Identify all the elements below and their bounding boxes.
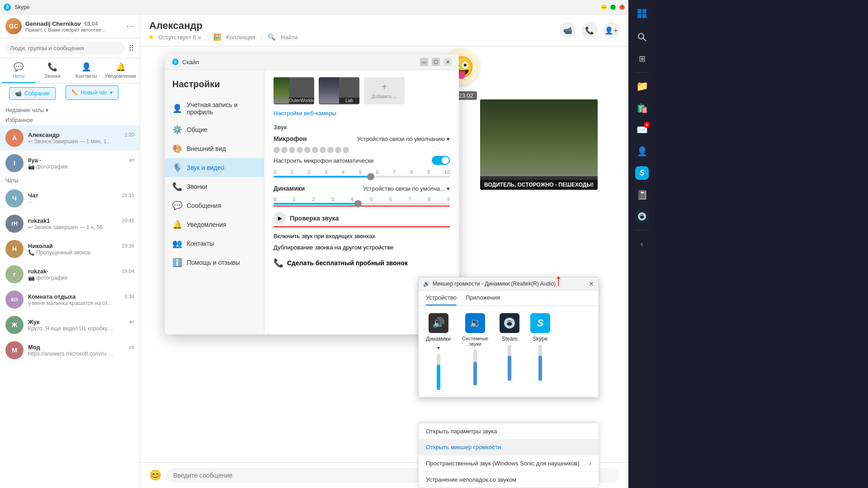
video-call-button[interactable]: 📹	[560, 22, 576, 38]
modal-close-button[interactable]: ✕	[443, 58, 452, 66]
steam-taskbar-button[interactable]	[632, 206, 652, 226]
skype-taskbar-button[interactable]: S	[632, 163, 652, 183]
mail-button[interactable]: ✉️ 6	[632, 120, 652, 140]
mic-dot-1	[274, 147, 280, 153]
minimize-button[interactable]: —	[601, 5, 607, 10]
chat-preview: Круто. Я еще видел U1 коробку р...	[28, 325, 114, 332]
voice-call-button[interactable]: 📞	[581, 22, 598, 38]
mic-dot-10	[343, 147, 349, 153]
volume-mixer-close-button[interactable]: ✕	[589, 280, 594, 287]
add-person-button[interactable]: 👤+	[603, 22, 619, 38]
task-view-button[interactable]: ⊞	[632, 49, 652, 69]
camera-thumb-lab[interactable]: Lab	[319, 77, 359, 104]
find-label[interactable]: Найти	[281, 34, 297, 41]
context-menu-item-spatial[interactable]: Пространственный звук (Windows Sonic для…	[419, 455, 599, 471]
tab-applications[interactable]: Приложения	[466, 294, 500, 305]
list-item[interactable]: Н Николай 19:36 📞 Пропущенный звонок	[0, 236, 140, 262]
camera-thumb-add[interactable]: + Добавить ...	[364, 77, 405, 104]
microphone-value[interactable]: Устройство связи по умолчанию ▾	[357, 136, 450, 142]
slider-labels: 0 1 2 3 4 5 6 7 8 9 10	[274, 169, 450, 175]
settings-nav-help[interactable]: ℹ️ Помощь и отзывы	[165, 253, 264, 272]
vm-system-sounds-slider[interactable]	[473, 349, 477, 385]
free-call-label[interactable]: Сделать бесплатный пробный звонок	[287, 259, 408, 267]
auto-adjust-label: Настроить микрофон автоматически	[274, 157, 374, 164]
play-test-sound-button[interactable]: ▶	[274, 212, 286, 225]
vm-steam-slider[interactable]	[508, 345, 511, 381]
list-item[interactable]: Ж Жук вт Круто. Я еще видел U1 коробку р…	[0, 312, 140, 338]
account-icon: 👤	[172, 103, 182, 113]
context-menu-item-mixer[interactable]: Открыть микшер громкости	[419, 439, 599, 455]
duplicate-call-label: Дублирование звонка на другом устройстве	[274, 244, 394, 251]
avatar: rH	[5, 215, 24, 233]
chat-info: rukzak· 19:04 📷 фотография	[28, 268, 134, 281]
list-item[interactable]: r rukzak· 19:04 📷 фотография	[0, 262, 140, 287]
list-item[interactable]: А Александр 1:20 ↩ Звонок завершен — 1 м…	[0, 125, 140, 150]
vm-speakers-dropdown[interactable]: ▾	[437, 345, 440, 351]
speaker-slider-labels: 0 1 2 3 4 5 6 7 8 9	[274, 197, 450, 202]
settings-nav-general[interactable]: ⚙️ Общие	[165, 120, 264, 139]
settings-nav-notifications[interactable]: 🔔 Уведомления	[165, 215, 264, 234]
contacts-icon: 👤	[81, 62, 91, 72]
collection-label[interactable]: Коллекция	[226, 34, 255, 41]
user-avatar[interactable]: GC	[5, 18, 22, 34]
meeting-button[interactable]: 📹 Собрание	[9, 87, 56, 100]
volume-mixer-devices: 🔊 Динамики ▾ 🔉 Системные звуки	[419, 306, 599, 397]
profile-button[interactable]: 👤	[632, 141, 652, 161]
vm-speakers-slider-track[interactable]	[437, 354, 440, 390]
tab-contacts[interactable]: 👤 Контакты	[69, 58, 103, 83]
context-menu: Открыть параметры звука Открыть микшер г…	[418, 423, 599, 488]
dialpad-icon[interactable]: ⠿	[128, 43, 134, 53]
sound-section-title: Звук	[274, 124, 450, 131]
settings-nav-account[interactable]: 👤 Учетная запись и профиль	[165, 97, 264, 120]
context-menu-item-troubleshoot[interactable]: Устранение неполадок со звуком	[419, 471, 599, 488]
settings-nav-calls[interactable]: 📞 Звонки	[165, 177, 264, 196]
speaker-slider-thumb[interactable]	[354, 200, 362, 207]
windows-button[interactable]	[632, 4, 652, 23]
list-item[interactable]: КО Комната отдыха 0:34 у меня малинка кр…	[0, 287, 140, 312]
list-item[interactable]: rH rukzak1 20:41 ↩ Звонок завершен — 1 ч…	[0, 211, 140, 236]
list-item[interactable]: I Ilya · вт 📷 фотография	[0, 150, 140, 176]
settings-nav-messages[interactable]: 💬 Сообщения	[165, 196, 264, 215]
more-options-button[interactable]: ⋯	[126, 21, 134, 31]
settings-nav-sound-video[interactable]: 🎙️ Звук и видео	[165, 158, 264, 177]
auto-adjust-toggle[interactable]	[432, 156, 450, 165]
modal-minimize-button[interactable]: —	[420, 58, 428, 66]
recent-chats-label[interactable]: Недавние чаты ▾	[0, 105, 140, 115]
settings-nav-contacts[interactable]: 👥 Контакты	[165, 234, 264, 253]
tab-chats[interactable]: 💬 Чаты	[2, 58, 36, 83]
list-item[interactable]: Ч Чат 21:11 ···	[0, 186, 140, 211]
expand-taskbar-button[interactable]: ‹	[632, 234, 652, 254]
chat-header: Александр Отсутствует 8 ч | 🖼️ Коллекция…	[140, 14, 628, 47]
close-button[interactable]: ✕	[619, 5, 625, 10]
search-button[interactable]	[632, 27, 652, 47]
speaker-icon: 🔊	[423, 281, 430, 287]
mic-slider-track[interactable]	[274, 176, 450, 178]
search-input[interactable]	[5, 42, 125, 54]
mic-slider-thumb[interactable]	[367, 173, 374, 180]
speaker-slider-track[interactable]	[274, 203, 450, 205]
chat-header-info: Александр Отсутствует 8 ч | 🖼️ Коллекция…	[149, 20, 297, 41]
file-explorer-button[interactable]: 📁	[632, 76, 652, 96]
list-item[interactable]: М Мод сб https://answers.microsoft.com/r…	[0, 338, 140, 363]
maximize-button[interactable]: ☐	[610, 5, 616, 10]
ms-store-button[interactable]: 🛍️	[632, 98, 652, 118]
emoji-button[interactable]: 😊	[149, 469, 161, 481]
settings-nav-appearance[interactable]: 🎨 Внешний вид	[165, 139, 264, 158]
chat-name: Ilya ·	[28, 157, 41, 164]
onenote-button[interactable]: 📓	[632, 185, 652, 205]
webcam-settings-link[interactable]: Настройки веб-камеры	[274, 110, 450, 117]
context-menu-item-sound-settings[interactable]: Открыть параметры звука	[419, 423, 599, 439]
speakers-value[interactable]: Устройство связи по умолча... ▾	[363, 185, 450, 192]
mic-slider-container: 0 1 2 3 4 5 6 7 8 9 10	[274, 169, 450, 178]
tab-device[interactable]: Устройство	[426, 294, 457, 305]
tab-notifications[interactable]: 🔔 Уведомления	[103, 58, 138, 83]
chat-preview: ↩ Звонок завершен — 1 мин, 1...	[28, 138, 114, 145]
vm-speakers-icon: 🔊	[429, 313, 448, 333]
modal-maximize-button[interactable]: ☐	[432, 58, 440, 66]
chat-preview: ···	[28, 199, 114, 205]
tab-calls[interactable]: 📞 Звонки	[36, 58, 70, 83]
meeting-icon: 📹	[15, 90, 22, 97]
new-chat-button[interactable]: ✏️ Новый чат ▾	[66, 85, 119, 100]
camera-thumb-outerworlds[interactable]: OuterWorlds	[274, 77, 314, 104]
vm-skype-slider[interactable]	[538, 345, 542, 381]
